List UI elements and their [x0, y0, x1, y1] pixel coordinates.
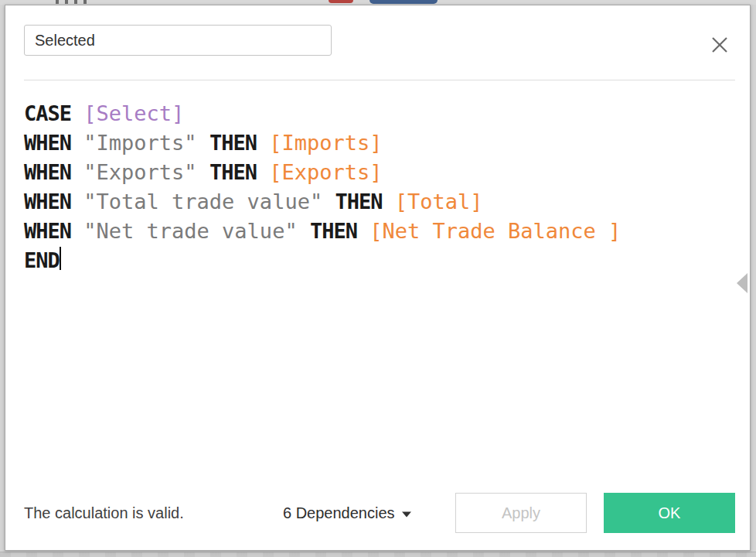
- background-blue-shape: [369, 0, 438, 4]
- code-token-plain: [71, 131, 83, 155]
- text-caret: [60, 247, 61, 270]
- ok-button[interactable]: OK: [604, 493, 735, 533]
- formula-editor[interactable]: CASE [Select]WHEN "Imports" THEN [Import…: [5, 80, 739, 476]
- code-token-plain: [298, 219, 310, 243]
- code-token-field: [Exports]: [269, 160, 382, 184]
- background-text-fragment: [56, 0, 91, 4]
- code-token-field: [Net Trade Balance ]: [369, 219, 621, 243]
- code-token-plain: [71, 190, 83, 214]
- code-token-string: "Imports": [83, 131, 196, 155]
- code-token-field: [Total]: [395, 190, 483, 214]
- chevron-down-icon: [402, 511, 411, 517]
- code-token-keyword: WHEN: [24, 219, 71, 243]
- code-line: CASE [Select]: [24, 99, 720, 128]
- close-button[interactable]: [710, 35, 730, 55]
- code-token-param: [Select]: [83, 101, 184, 125]
- background-red-shape: [329, 0, 353, 3]
- code-token-keyword: THEN: [209, 131, 257, 155]
- code-token-keyword: THEN: [209, 160, 257, 184]
- code-token-plain: [382, 190, 394, 214]
- code-token-plain: [197, 160, 209, 184]
- code-token-string: "Net trade value": [83, 219, 297, 243]
- code-token-keyword: THEN: [335, 190, 382, 214]
- code-token-keyword: WHEN: [24, 190, 71, 214]
- code-line: WHEN "Imports" THEN [Imports]: [24, 128, 720, 158]
- apply-button[interactable]: Apply: [455, 493, 587, 533]
- calculation-name-input[interactable]: [24, 25, 332, 56]
- dependencies-label: 6 Dependencies: [283, 504, 395, 522]
- dependencies-dropdown[interactable]: 6 Dependencies: [283, 504, 411, 522]
- code-token-keyword: CASE: [24, 101, 71, 125]
- code-token-plain: [322, 190, 335, 214]
- code-token-string: "Exports": [83, 160, 196, 184]
- code-token-keyword: WHEN: [24, 160, 71, 184]
- code-line: WHEN "Total trade value" THEN [Total]: [24, 187, 720, 217]
- code-token-keyword: WHEN: [24, 131, 71, 155]
- close-icon: [711, 36, 728, 53]
- code-token-plain: [71, 219, 83, 243]
- expand-panel-arrow[interactable]: [737, 273, 747, 293]
- validation-status: The calculation is valid.: [24, 504, 184, 522]
- code-token-plain: [257, 160, 269, 184]
- code-line: WHEN "Exports" THEN [Exports]: [24, 158, 720, 187]
- code-token-field: [Imports]: [269, 131, 382, 155]
- dialog-footer: The calculation is valid. 6 Dependencies…: [24, 493, 735, 533]
- code-token-keyword: THEN: [310, 219, 357, 243]
- code-token-string: "Total trade value": [83, 190, 322, 214]
- code-token-plain: [257, 131, 269, 155]
- code-token-keyword: END: [24, 248, 60, 272]
- code-token-plain: [197, 131, 209, 155]
- code-line: WHEN "Net trade value" THEN [Net Trade B…: [24, 217, 720, 246]
- calculation-editor-dialog: CASE [Select]WHEN "Imports" THEN [Import…: [5, 5, 751, 551]
- code-token-plain: [357, 219, 369, 243]
- code-line: END: [24, 246, 720, 275]
- background-bottom-fragment: [0, 552, 756, 557]
- code-token-plain: [71, 101, 83, 125]
- code-token-plain: [71, 160, 83, 184]
- background-window-bottom: [0, 552, 756, 557]
